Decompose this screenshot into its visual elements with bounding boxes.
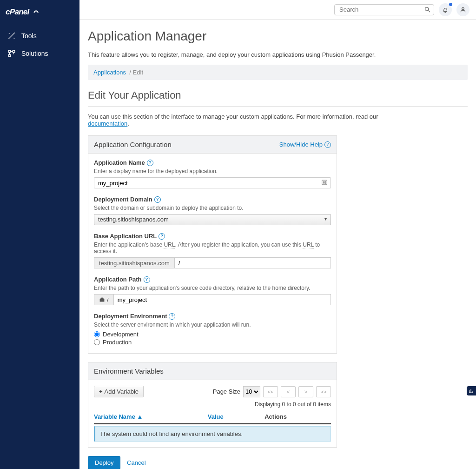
app-config-panel: Application Configuration Show/Hide Help… xyxy=(88,135,337,354)
plus-icon: + xyxy=(99,388,103,395)
help-icon[interactable]: ? xyxy=(154,196,161,203)
base-url-prefix: testing.sitioshispanos.com xyxy=(94,257,174,268)
sidebar-item-label: Tools xyxy=(21,32,37,40)
svg-point-5 xyxy=(462,7,464,10)
app-path-label: Application Path xyxy=(94,276,142,283)
dep-env-help: Select the server environment in which y… xyxy=(94,322,331,328)
app-name-label: Application Name xyxy=(94,159,145,166)
app-name-help: Enter a display name for the deployed ap… xyxy=(94,168,331,174)
dep-env-label: Deployment Environment xyxy=(94,313,167,320)
form-fill-icon xyxy=(321,179,328,186)
col-value[interactable]: Value xyxy=(208,413,264,420)
help-icon[interactable]: ? xyxy=(147,160,153,166)
pager-last-button[interactable]: >> xyxy=(316,386,331,397)
cancel-button[interactable]: Cancel xyxy=(122,456,150,469)
help-icon[interactable]: ? xyxy=(144,276,150,283)
top-bar xyxy=(79,0,476,20)
sort-asc-icon: ▲ xyxy=(137,413,143,420)
svg-rect-2 xyxy=(13,50,15,53)
app-path-prefix: / xyxy=(94,294,113,305)
page-size-label: Page Size xyxy=(213,388,240,395)
section-title: Edit Your Application xyxy=(88,89,468,101)
displaying-text: Displaying 0 to 0 out of 0 items xyxy=(94,401,331,408)
base-url-label: Base Application URL xyxy=(94,233,157,240)
show-hide-help-toggle[interactable]: Show/Hide Help ? xyxy=(279,141,331,148)
brand-logo[interactable]: cPanel xyxy=(0,3,79,27)
help-icon[interactable]: ? xyxy=(159,233,165,240)
sidebar-item-tools[interactable]: Tools xyxy=(0,27,79,45)
breadcrumb-edit: Edit xyxy=(133,69,143,76)
help-icon: ? xyxy=(324,141,331,148)
app-name-input[interactable] xyxy=(94,177,331,188)
solutions-icon xyxy=(7,49,16,58)
app-path-input[interactable] xyxy=(113,294,331,305)
svg-rect-3 xyxy=(8,54,11,57)
col-variable-name[interactable]: Variable Name ▲ xyxy=(94,413,208,420)
dep-domain-help: Select the domain or subdomain to deploy… xyxy=(94,205,331,211)
help-icon[interactable]: ? xyxy=(169,313,175,320)
dep-env-development-radio[interactable]: Development xyxy=(94,331,331,338)
base-url-input[interactable] xyxy=(174,257,331,268)
sidebar-item-solutions[interactable]: Solutions xyxy=(0,45,79,62)
breadcrumb-applications[interactable]: Applications xyxy=(93,69,126,76)
account-button[interactable] xyxy=(456,3,469,16)
stats-side-tab[interactable] xyxy=(467,386,476,395)
sidebar: cPanel Tools Solutions xyxy=(0,0,79,469)
panel-title: Application Configuration xyxy=(94,141,172,148)
pager-next-button[interactable]: > xyxy=(298,386,313,397)
dep-env-production-radio[interactable]: Production xyxy=(94,339,331,346)
add-variable-button[interactable]: + Add Variable xyxy=(94,386,144,397)
base-url-help: Enter the application's base URL. After … xyxy=(94,241,331,255)
notification-dot-icon xyxy=(449,3,452,6)
tools-icon xyxy=(7,32,16,40)
page-title: Application Manager xyxy=(88,29,468,44)
env-vars-empty: The system could not find any environmen… xyxy=(94,426,331,442)
home-icon xyxy=(99,296,106,303)
svg-rect-1 xyxy=(8,50,11,53)
panel-title: Environment Variables xyxy=(94,367,164,375)
page-intro: This feature allows you to register, man… xyxy=(88,51,468,58)
search-input[interactable] xyxy=(334,4,434,15)
pager: Page Size 10 << < > >> xyxy=(213,386,331,397)
dep-domain-label: Deployment Domain xyxy=(94,196,152,203)
notifications-button[interactable] xyxy=(439,3,452,16)
section-description: You can use this section of the interfac… xyxy=(88,113,413,127)
app-path-help: Enter the path to your application's sou… xyxy=(94,285,331,291)
search-icon xyxy=(424,6,431,13)
svg-point-4 xyxy=(425,7,429,11)
page-size-select[interactable]: 10 xyxy=(243,386,260,397)
sidebar-item-label: Solutions xyxy=(21,50,48,57)
dep-domain-select[interactable]: testing.sitioshispanos.com xyxy=(94,214,331,225)
env-vars-panel: Environment Variables + Add Variable Pag… xyxy=(88,362,337,448)
svg-text:cPanel: cPanel xyxy=(6,7,30,16)
deploy-button[interactable]: Deploy xyxy=(88,456,120,469)
breadcrumb: Applications / Edit xyxy=(88,65,468,80)
col-actions: Actions xyxy=(264,413,331,420)
pager-prev-button[interactable]: < xyxy=(281,386,296,397)
pager-first-button[interactable]: << xyxy=(263,386,278,397)
documentation-link[interactable]: documentation xyxy=(88,120,127,127)
